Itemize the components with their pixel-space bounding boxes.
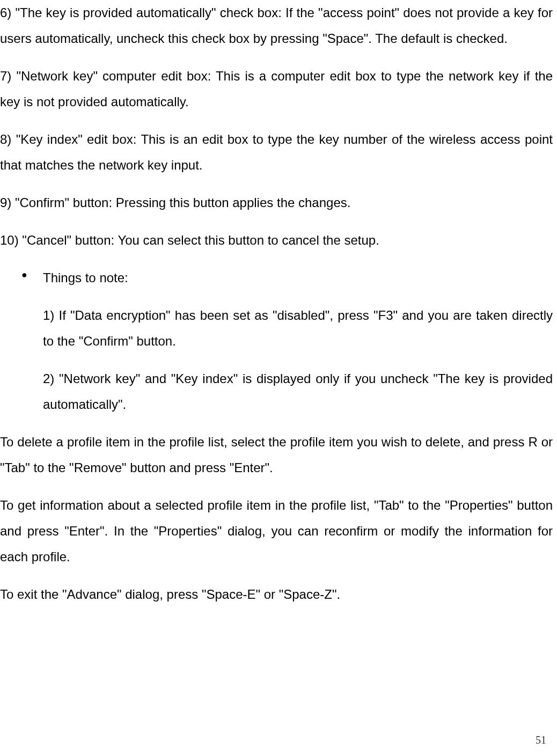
paragraph-exit-dialog: To exit the "Advance" dialog, press "Spa… [0,582,553,607]
paragraph-item-6: 6) "The key is provided automatically" c… [0,0,553,52]
page-number: 51 [536,729,546,751]
note-item-2: 2) "Network key" and "Key index" is disp… [0,366,553,417]
paragraph-item-10: 10) "Cancel" button: You can select this… [0,227,553,253]
paragraph-delete-profile: To delete a profile item in the profile … [0,429,553,481]
paragraph-item-9: 9) "Confirm" button: Pressing this butto… [0,190,553,216]
bullet-things-to-note: Things to note: [0,265,553,291]
paragraph-profile-info: To get information about a selected prof… [0,493,553,570]
note-item-1: 1) If "Data encryption" has been set as … [0,303,553,354]
paragraph-item-7: 7) "Network key" computer edit box: This… [0,63,553,115]
paragraph-item-8: 8) "Key index" edit box: This is an edit… [0,127,553,178]
